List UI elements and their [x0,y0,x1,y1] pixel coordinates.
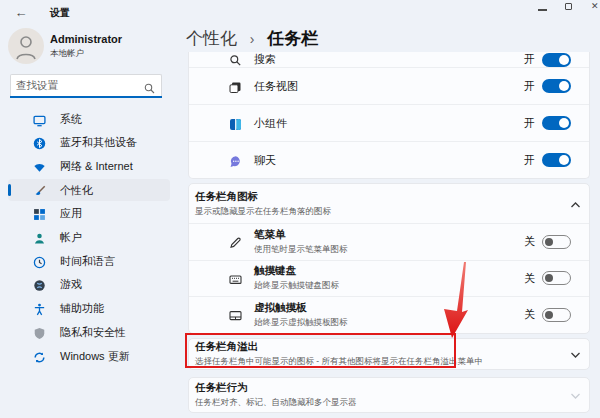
time-language-icon [33,255,46,268]
chevron-down-icon[interactable] [570,345,581,363]
toggle-switch[interactable] [542,308,571,322]
section-subtitle: 选择任务栏角中可能显示的图标 - 所有其他图标将显示在任务栏角溢出菜单中 [195,356,483,368]
behaviors-card: 任务栏行为 任务栏对齐、标记、自动隐藏和多个显示器 [188,377,590,413]
toggle-state-label: 开 [524,52,535,67]
sidebar-item-label: 蓝牙和其他设备 [60,135,137,150]
sidebar-item-apps[interactable]: 应用 [8,203,170,225]
breadcrumb: 个性化 › 任务栏 [186,27,318,50]
accessibility-icon [33,302,46,315]
toggle-state-label: 开 [524,79,535,94]
maximize-button[interactable] [565,3,572,10]
sidebar-item-label: 应用 [60,206,82,221]
bluetooth-icon [33,136,46,149]
toggle-switch[interactable] [542,116,571,130]
user-name: Administrator [50,33,122,45]
toggle-switch[interactable] [542,271,571,285]
sidebar-item-label: Windows 更新 [60,349,130,364]
toggle-state-label: 关 [524,307,535,322]
row-subtitle: 始终显示触摸键盘图标 [254,280,339,292]
window-title: 设置 [50,6,70,20]
breadcrumb-parent[interactable]: 个性化 [186,29,237,48]
row-widgets[interactable]: 小组件 开 [189,104,589,141]
section-title: 任务栏行为 [195,381,357,395]
search-focus-underline [10,96,162,98]
content-area: 搜索 开 任务视图 开 小组件 开 聊天 开 任务栏 [186,52,600,418]
sidebar-item-windows-update[interactable]: Windows 更新 [8,345,170,367]
row-touch-keyboard[interactable]: 触摸键盘 始终显示触摸键盘图标 关 [189,260,589,297]
sidebar-item-label: 时间和语言 [60,254,115,269]
avatar [8,28,44,64]
chevron-down-icon[interactable] [570,386,581,404]
close-button[interactable]: ✕ [591,2,599,11]
row-label: 搜索 [254,52,276,67]
search-input[interactable] [16,76,141,94]
section-title: 任务栏角图标 [195,190,331,204]
corner-overflow-card: 任务栏角溢出 选择任务栏角中可能显示的图标 - 所有其他图标将显示在任务栏角溢出… [188,338,590,370]
row-chat[interactable]: 聊天 开 [189,141,589,178]
row-search[interactable]: 搜索 开 [189,52,589,67]
minimize-button[interactable] [538,9,547,11]
toggle-state-label: 关 [524,234,535,249]
corner-icons-card: 任务栏角图标 显示或隐藏显示在任务栏角落的图标 笔菜单 使用笔时显示笔菜单图标 … [188,183,590,334]
toggle-state-label: 开 [524,116,535,131]
accounts-icon [33,231,46,244]
person-icon [15,34,37,60]
toggle-switch[interactable] [542,53,571,67]
section-title: 任务栏角溢出 [195,340,483,354]
toggle-state-label: 开 [524,153,535,168]
back-button[interactable]: ← [12,4,30,22]
personalization-icon [33,184,46,197]
row-title: 触摸键盘 [254,264,339,278]
windows-update-icon [33,350,46,363]
privacy-shield-icon [33,326,46,339]
sidebar-item-label: 帐户 [60,230,82,245]
sidebar-item-label: 辅助功能 [60,301,104,316]
sidebar-item-accessibility[interactable]: 辅助功能 [8,298,170,320]
corner-icons-expander[interactable]: 任务栏角图标 显示或隐藏显示在任务栏角落的图标 [189,184,589,223]
sidebar-item-personalization[interactable]: 个性化 [8,179,170,201]
chat-icon [229,154,242,167]
gaming-icon [33,278,46,291]
sidebar-item-label: 系统 [60,112,82,127]
row-label: 任务视图 [254,79,298,94]
virtual-touchpad-icon [229,308,242,321]
row-pen-menu[interactable]: 笔菜单 使用笔时显示笔菜单图标 关 [189,223,589,260]
sidebar-item-accounts[interactable]: 帐户 [8,227,170,249]
sidebar-item-label: 游戏 [60,277,82,292]
settings-window: ← 设置 ✕ Administrator 本地帐户 系统 蓝牙和其他设备 网络 … [0,0,600,418]
toggle-switch[interactable] [542,153,571,167]
row-subtitle: 使用笔时显示笔菜单图标 [254,244,348,256]
touch-keyboard-icon [229,272,242,285]
search-icon [229,53,242,66]
sidebar-item-label: 个性化 [60,183,93,198]
titlebar: ← 设置 ✕ [0,0,600,26]
row-task-view[interactable]: 任务视图 开 [189,67,589,104]
corner-overflow-expander[interactable]: 任务栏角溢出 选择任务栏角中可能显示的图标 - 所有其他图标将显示在任务栏角溢出… [189,339,589,369]
row-label: 聊天 [254,153,276,168]
sidebar-item-privacy[interactable]: 隐私和安全性 [8,321,170,343]
breadcrumb-separator: › [250,31,255,47]
sidebar-item-time-language[interactable]: 时间和语言 [8,250,170,272]
taskbar-items-card: 搜索 开 任务视图 开 小组件 开 聊天 开 [188,52,590,179]
row-title: 笔菜单 [254,228,348,242]
system-icon [33,113,46,126]
toggle-switch[interactable] [542,235,571,249]
row-virtual-touchpad[interactable]: 虚拟触摸板 始终显示虚拟触摸板图标 关 [189,296,589,333]
page-title: 任务栏 [267,29,318,48]
toggle-switch[interactable] [542,79,571,93]
sidebar-item-system[interactable]: 系统 [8,108,170,130]
row-title: 虚拟触摸板 [254,301,348,315]
apps-icon [33,207,46,220]
sidebar-item-gaming[interactable]: 游戏 [8,274,170,296]
sidebar-item-label: 隐私和安全性 [60,325,126,340]
behaviors-expander[interactable]: 任务栏行为 任务栏对齐、标记、自动隐藏和多个显示器 [189,378,589,412]
search-box [10,74,162,96]
sidebar-item-bluetooth[interactable]: 蓝牙和其他设备 [8,132,170,154]
task-view-icon [229,80,242,93]
sidebar-item-label: 网络 & Internet [60,159,133,174]
sidebar-item-network[interactable]: 网络 & Internet [8,155,170,177]
pen-icon [229,235,242,248]
toggle-state-label: 关 [524,271,535,286]
network-wifi-icon [33,160,46,173]
chevron-up-icon[interactable] [570,195,581,213]
